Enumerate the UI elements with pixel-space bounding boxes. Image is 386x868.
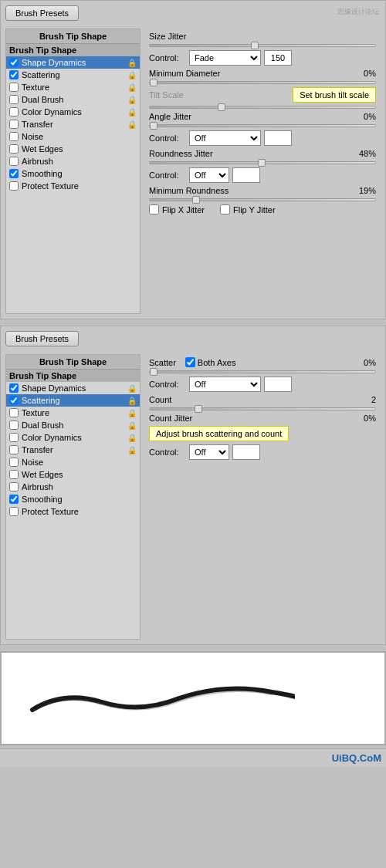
checkbox-shape-dynamics[interactable] (9, 58, 19, 67)
lock-icon-transfer: 🔒 (127, 120, 137, 129)
tilt-slider[interactable] (149, 106, 376, 109)
scatter-slider[interactable] (149, 370, 376, 373)
roundness-control-select[interactable]: Off Fade (189, 167, 229, 183)
checkbox2-airbrush[interactable] (9, 482, 19, 491)
sidebar-item-texture[interactable]: Texture 🔒 (6, 81, 140, 93)
min-roundness-slider[interactable] (149, 198, 376, 201)
sidebar2-item-brush-tip: Brush Tip Shape (6, 370, 140, 382)
lock-icon-color-dynamics: 🔒 (127, 108, 137, 117)
min-roundness-thumb[interactable] (192, 196, 200, 204)
min-diameter-value: 0% (347, 69, 376, 78)
sidebar2-item-noise[interactable]: Noise (6, 456, 140, 468)
sidebar-item-dual-brush[interactable]: Dual Brush 🔒 (6, 93, 140, 106)
brush-presets-button-1[interactable]: Brush Presets (5, 5, 79, 21)
min-diameter-slider[interactable] (149, 81, 376, 84)
sidebar-item-smoothing[interactable]: Smoothing (6, 167, 140, 180)
checkbox-scattering[interactable] (9, 70, 19, 79)
sidebar2-item-protect-texture[interactable]: Protect Texture (6, 505, 140, 518)
lock2-icon-scattering: 🔒 (127, 397, 137, 405)
size-jitter-slider[interactable] (149, 44, 376, 47)
checkbox2-shape-dynamics[interactable] (9, 383, 19, 393)
sidebar-item-noise[interactable]: Noise (6, 130, 140, 143)
angle-thumb[interactable] (150, 122, 157, 130)
both-axes-checkbox[interactable] (185, 357, 195, 367)
min-roundness-value: 19% (347, 186, 376, 195)
scatter-control-value[interactable] (264, 377, 292, 392)
control-select-1[interactable]: Off Fade Pen Pressure Pen Tilt (189, 50, 261, 66)
angle-jitter-value: 0% (347, 112, 376, 121)
flip-x-checkbox[interactable] (149, 204, 159, 214)
tilt-scale-label: Tilt Scale (149, 90, 211, 100)
roundness-slider[interactable] (149, 161, 376, 164)
checkbox-dual-brush[interactable] (9, 95, 19, 104)
sidebar2-item-transfer[interactable]: Transfer 🔒 (6, 444, 140, 456)
scatter-control-select[interactable]: Off Fade Pen Pressure (189, 377, 261, 392)
sidebar-item-shape-dynamics[interactable]: Shape Dynamics 🔒 (6, 56, 140, 69)
lock-icon-dual-brush: 🔒 (127, 96, 137, 104)
sidebar2-item-color-dynamics[interactable]: Color Dynamics 🔒 (6, 431, 140, 444)
control-value-1[interactable] (264, 50, 292, 66)
checkbox-noise[interactable] (9, 132, 19, 141)
checkbox2-transfer[interactable] (9, 445, 19, 454)
angle-jitter-row: Angle Jitter 0% (149, 112, 376, 121)
sidebar2-item-shape-dynamics[interactable]: Shape Dynamics 🔒 (6, 382, 140, 394)
control-label-1: Control: (149, 53, 186, 62)
count-slider[interactable] (149, 407, 376, 410)
sidebar-item-brush-tip: Brush Tip Shape (6, 44, 140, 56)
sidebar2-item-texture[interactable]: Texture 🔒 (6, 407, 140, 419)
sidebar-item-color-dynamics[interactable]: Color Dynamics 🔒 (6, 106, 140, 118)
checkbox2-scattering[interactable] (9, 396, 19, 405)
sidebar2-item-smoothing[interactable]: Smoothing (6, 493, 140, 505)
sidebar-label-wet-edges: Wet Edges (22, 144, 63, 154)
count-thumb[interactable] (195, 405, 202, 413)
sidebar-item-airbrush[interactable]: Airbrush (6, 155, 140, 167)
min-roundness-label: Minimum Roundness (149, 186, 229, 195)
sidebar2-item-wet-edges[interactable]: Wet Edges (6, 468, 140, 481)
checkbox2-dual-brush[interactable] (9, 420, 19, 430)
count-row: Count 2 (149, 395, 376, 404)
flip-row: Flip X Jitter Flip Y Jitter (149, 204, 376, 214)
flip-y-checkbox[interactable] (220, 204, 230, 214)
roundness-thumb[interactable] (258, 159, 266, 167)
count-label: Count (149, 395, 171, 404)
sidebar-item-transfer[interactable]: Transfer 🔒 (6, 118, 140, 130)
sidebar-label-transfer: Transfer (22, 120, 53, 129)
sidebar-2: Brush Tip Shape Brush Tip Shape Shape Dy… (5, 354, 141, 640)
count-jitter-control-select[interactable]: Off Fade (189, 444, 229, 460)
scatter-row: Scatter Both Axes 0% (149, 357, 376, 367)
checkbox2-color-dynamics[interactable] (9, 433, 19, 442)
tilt-thumb[interactable] (218, 103, 225, 111)
count-jitter-control-value[interactable] (232, 444, 260, 460)
angle-slider[interactable] (149, 124, 376, 127)
checkbox-transfer[interactable] (9, 120, 19, 129)
size-jitter-label: Size Jitter (149, 32, 186, 41)
sidebar2-item-scattering[interactable]: Scattering 🔒 (6, 394, 140, 407)
size-jitter-control-row: Control: Off Fade Pen Pressure Pen Tilt (149, 50, 376, 66)
checkbox2-smoothing[interactable] (9, 495, 19, 504)
brush-presets-button-2[interactable]: Brush Presets (5, 331, 79, 346)
checkbox-airbrush[interactable] (9, 157, 19, 166)
checkbox-texture[interactable] (9, 83, 19, 92)
lock-icon-scattering: 🔒 (127, 71, 137, 79)
checkbox-smoothing[interactable] (9, 169, 19, 178)
checkbox2-protect-texture[interactable] (9, 507, 19, 516)
sidebar-item-scattering[interactable]: Scattering 🔒 (6, 69, 140, 81)
checkbox2-noise[interactable] (9, 458, 19, 467)
scatter-thumb[interactable] (150, 368, 157, 376)
roundness-control-value[interactable] (232, 167, 260, 183)
checkbox-wet-edges[interactable] (9, 144, 19, 154)
checkbox-protect-texture[interactable] (9, 181, 19, 191)
sidebar2-item-dual-brush[interactable]: Dual Brush 🔒 (6, 419, 140, 431)
flip-y-label: Flip Y Jitter (233, 205, 276, 214)
checkbox2-wet-edges[interactable] (9, 470, 19, 479)
angle-control-value[interactable] (264, 130, 292, 146)
checkbox2-texture[interactable] (9, 408, 19, 417)
lock2-icon-texture: 🔒 (127, 409, 137, 417)
min-diameter-thumb[interactable] (150, 79, 157, 86)
size-jitter-thumb[interactable] (251, 42, 259, 49)
checkbox-color-dynamics[interactable] (9, 107, 19, 117)
angle-control-select[interactable]: Off Fade Pen Pressure (189, 130, 261, 146)
sidebar-item-wet-edges[interactable]: Wet Edges (6, 143, 140, 155)
sidebar-item-protect-texture[interactable]: Protect Texture (6, 180, 140, 192)
sidebar2-item-airbrush[interactable]: Airbrush (6, 481, 140, 493)
